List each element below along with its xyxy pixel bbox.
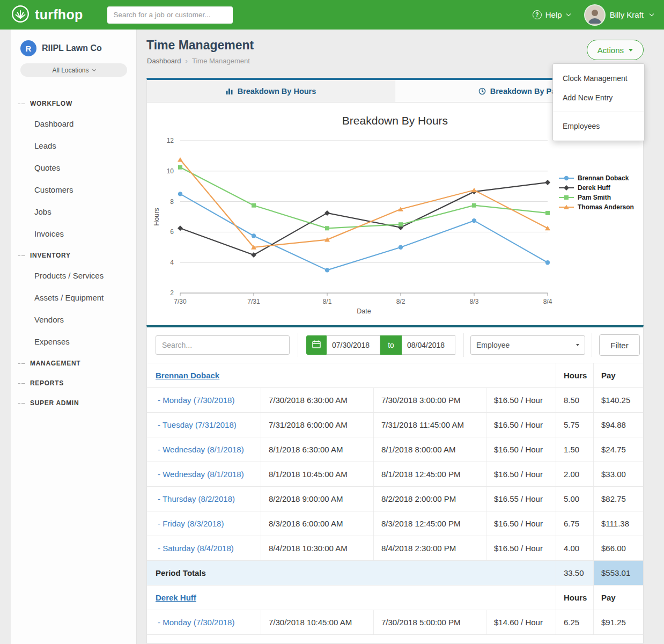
menu-item-clock-management[interactable]: Clock Management <box>553 69 644 88</box>
svg-text:6: 6 <box>170 228 174 236</box>
sidebar-section-label: MANAGEMENT <box>30 360 80 367</box>
filter-bar: to Employee Filter <box>147 327 643 363</box>
pay-cell: $24.75 <box>593 437 643 462</box>
sidebar-item-products-services[interactable]: Products / Services <box>11 265 136 287</box>
table-row: - Tuesday (7/31/2018)7/31/2018 6:00:00 A… <box>147 413 643 437</box>
actions-button-label: Actions <box>597 46 624 55</box>
sidebar-section-label: WORKFLOW <box>30 100 72 107</box>
pay-cell: $33.00 <box>593 462 643 486</box>
day-entry-link[interactable]: - Tuesday (7/31/2018) <box>158 420 237 429</box>
sidebar-nav: WORKFLOWDashboardLeadsQuotesCustomersJob… <box>11 83 136 412</box>
filter-button[interactable]: Filter <box>599 334 640 356</box>
breadcrumb-dashboard[interactable]: Dashboard <box>147 57 181 65</box>
breadcrumb-current: Time Management <box>192 57 250 65</box>
menu-item-add-new-entry[interactable]: Add New Entry <box>553 88 644 107</box>
clock-out-cell: 7/30/2018 3:00:00 PM <box>373 388 486 412</box>
bar-chart-icon <box>226 87 233 94</box>
table-group-header: Brennan DobackHoursPay <box>147 363 643 388</box>
sidebar-item-expenses[interactable]: Expenses <box>11 331 136 353</box>
employee-link-derek-huff[interactable]: Derek Huff <box>156 593 196 602</box>
sidebar-item-jobs[interactable]: Jobs <box>11 201 136 223</box>
tab-label: Breakdown By Pay <box>490 87 560 96</box>
sidebar-section-inventory[interactable]: INVENTORY <box>11 245 136 265</box>
table-row: - Monday (7/30/2018)7/30/2018 6:30:00 AM… <box>147 388 643 413</box>
rate-cell: $16.50 / Hour <box>486 511 556 536</box>
sidebar-section-workflow[interactable]: WORKFLOW <box>11 93 136 113</box>
sidebar-item-quotes[interactable]: Quotes <box>11 157 136 179</box>
clock-out-cell: 8/2/2018 2:00:00 PM <box>373 487 486 511</box>
day-entry-link[interactable]: - Saturday (8/4/2018) <box>158 544 234 553</box>
day-entry-link[interactable]: - Thursday (8/2/2018) <box>158 494 235 503</box>
svg-text:4: 4 <box>170 259 174 266</box>
chevron-down-icon <box>566 12 570 16</box>
employee-link-brennan-doback[interactable]: Brennan Doback <box>156 371 219 380</box>
rate-cell: $16.50 / Hour <box>486 536 556 560</box>
clock-in-cell: 8/1/2018 10:45:00 AM <box>261 462 373 486</box>
sidebar-section-management[interactable]: MANAGEMENT <box>11 353 136 372</box>
rate-cell: $16.50 / Hour <box>486 388 556 412</box>
breadcrumb-separator-icon <box>186 57 188 65</box>
table-search-input[interactable] <box>156 335 290 355</box>
avatar <box>585 5 604 25</box>
breadcrumb: Dashboard Time Management <box>147 57 250 65</box>
table-row: - Friday (8/3/2018)8/3/2018 6:00:00 AM8/… <box>147 511 643 536</box>
page-title: Time Management <box>146 38 254 53</box>
help-menu[interactable]: Help <box>533 10 570 19</box>
rate-cell: $16.50 / Hour <box>486 437 556 462</box>
sidebar-item-customers[interactable]: Customers <box>11 179 136 201</box>
actions-button[interactable]: Actions <box>587 40 644 60</box>
user-name: Billy Kraft <box>610 10 644 19</box>
sidebar-item-invoices[interactable]: Invoices <box>11 223 136 245</box>
legend-item-brennan-doback[interactable]: Brennan Doback <box>558 173 634 183</box>
sidebar-item-dashboard[interactable]: Dashboard <box>11 113 136 135</box>
legend-label: Brennan Doback <box>578 174 629 182</box>
brand-logo[interactable]: turfhop <box>11 4 83 26</box>
hours-cell: 8.50 <box>556 388 593 412</box>
global-search-input[interactable] <box>107 6 233 24</box>
date-to-input[interactable] <box>402 335 455 355</box>
svg-text:8/3: 8/3 <box>470 298 479 305</box>
sidebar-item-leads[interactable]: Leads <box>11 135 136 157</box>
pay-cell: $140.25 <box>593 388 643 412</box>
table-row: - Wednesday (8/1/2018)8/1/2018 6:30:00 A… <box>147 437 643 462</box>
svg-text:Date: Date <box>357 308 371 315</box>
company-name: RIIPL Lawn Co <box>42 43 102 53</box>
clock-out-cell: 8/3/2018 12:45:00 PM <box>373 511 486 536</box>
tree-branch-icon <box>18 254 25 258</box>
day-entry-link[interactable]: - Friday (8/3/2018) <box>158 519 224 528</box>
svg-text:8/1: 8/1 <box>323 298 332 305</box>
sidebar-item-assets-equipment[interactable]: Assets / Equipment <box>11 287 136 309</box>
tree-branch-icon <box>18 102 25 106</box>
day-entry-link[interactable]: - Wednesday (8/1/2018) <box>158 470 244 479</box>
date-from-input[interactable] <box>327 335 380 355</box>
calendar-button[interactable] <box>306 335 327 355</box>
company-switcher[interactable]: R RIIPL Lawn Co <box>11 30 136 62</box>
legend-item-pam-smith[interactable]: Pam Smith <box>558 193 634 202</box>
user-menu[interactable]: Billy Kraft <box>585 5 653 25</box>
period-totals-label: Period Totals <box>147 561 556 585</box>
chevron-down-icon <box>650 12 654 16</box>
clock-in-cell: 8/4/2018 10:30:00 AM <box>261 536 373 560</box>
pay-cell: $82.75 <box>593 487 643 511</box>
locations-dropdown[interactable]: All Locations <box>20 63 127 77</box>
legend-item-derek-huff[interactable]: Derek Huff <box>558 183 634 193</box>
day-cell: - Wednesday (8/1/2018) <box>147 437 261 462</box>
locations-label: All Locations <box>52 67 88 74</box>
period-totals-row: Period Totals33.50$553.01 <box>147 561 643 586</box>
sidebar-section-reports[interactable]: REPORTS <box>11 372 136 392</box>
day-cell: - Saturday (8/4/2018) <box>147 536 261 560</box>
hours-cell: 5.00 <box>556 487 593 511</box>
menu-item-employees[interactable]: Employees <box>553 116 644 136</box>
caret-down-icon <box>629 49 633 52</box>
top-bar: turfhop Help Billy Kraft <box>0 0 664 30</box>
day-entry-link[interactable]: - Monday (7/30/2018) <box>158 396 234 405</box>
sidebar-section-super-admin[interactable]: SUPER ADMIN <box>11 392 136 412</box>
svg-text:8: 8 <box>170 198 174 206</box>
employee-filter-select[interactable]: Employee <box>470 335 585 355</box>
date-range-group: to <box>306 335 455 355</box>
sidebar-item-vendors[interactable]: Vendors <box>11 309 136 331</box>
day-entry-link[interactable]: - Monday (7/30/2018) <box>158 618 234 627</box>
legend-item-thomas-anderson[interactable]: Thomas Anderson <box>558 202 634 212</box>
tab-breakdown-by-hours[interactable]: Breakdown By Hours <box>147 80 395 102</box>
day-entry-link[interactable]: - Wednesday (8/1/2018) <box>158 445 244 454</box>
